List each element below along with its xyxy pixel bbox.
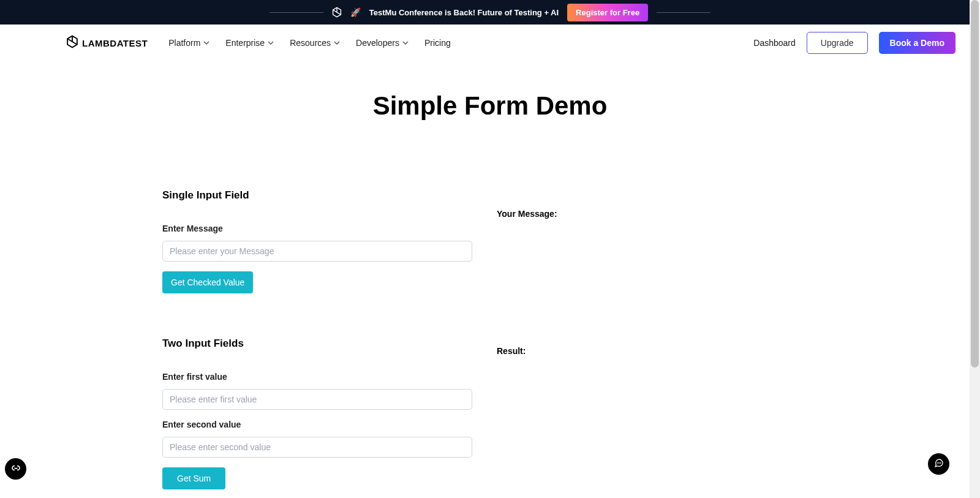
- brand-name: LAMBDATEST: [82, 38, 148, 48]
- first-value-label: Enter first value: [162, 372, 472, 382]
- get-checked-value-button[interactable]: Get Checked Value: [162, 271, 253, 293]
- first-value-input[interactable]: [162, 389, 472, 410]
- single-input-heading: Single Input Field: [162, 189, 472, 202]
- enter-message-label: Enter Message: [162, 224, 472, 233]
- nav-item-label: Resources: [290, 38, 331, 48]
- nav-item-label: Pricing: [424, 38, 451, 48]
- page-title: Simple Form Demo: [0, 91, 980, 121]
- right-column: Your Message: Result:: [497, 189, 818, 489]
- main-header: LAMBDATEST Platform Enterprise Resources…: [0, 25, 980, 62]
- your-message-label: Your Message:: [497, 209, 818, 219]
- lambdatest-logo-icon: [66, 35, 78, 51]
- brand-logo[interactable]: LAMBDATEST: [66, 35, 148, 51]
- book-demo-button[interactable]: Book a Demo: [879, 32, 956, 54]
- page-scrollbar-thumb[interactable]: [971, 0, 979, 368]
- content-area: Single Input Field Enter Message Get Che…: [162, 189, 818, 489]
- chat-widget-button[interactable]: [928, 453, 949, 475]
- register-button[interactable]: Register for Free: [567, 4, 648, 21]
- announcement-text: TestMu Conference is Back! Future of Tes…: [369, 8, 559, 17]
- get-sum-button[interactable]: Get Sum: [162, 467, 225, 489]
- lambdatest-mark-icon: [332, 7, 342, 18]
- svg-point-1: [939, 462, 940, 463]
- rocket-icon: 🚀: [350, 7, 361, 17]
- nav-item-enterprise[interactable]: Enterprise: [225, 38, 274, 48]
- result-label: Result:: [497, 346, 818, 356]
- chevron-down-icon: [334, 38, 340, 48]
- nav-item-label: Developers: [356, 38, 399, 48]
- nav-item-pricing[interactable]: Pricing: [424, 38, 451, 48]
- nav-item-platform[interactable]: Platform: [168, 38, 209, 48]
- upgrade-button[interactable]: Upgrade: [807, 32, 868, 54]
- dashboard-link[interactable]: Dashboard: [753, 38, 796, 48]
- chevron-down-icon: [203, 38, 209, 48]
- message-input[interactable]: [162, 241, 472, 262]
- chat-icon: [934, 458, 944, 470]
- page-scrollbar-track[interactable]: [970, 0, 980, 489]
- link-icon: [11, 463, 21, 475]
- nav-item-label: Enterprise: [225, 38, 265, 48]
- nav-item-resources[interactable]: Resources: [290, 38, 340, 48]
- nav-item-label: Platform: [168, 38, 200, 48]
- two-input-heading: Two Input Fields: [162, 338, 472, 350]
- second-value-label: Enter second value: [162, 420, 472, 429]
- chevron-down-icon: [402, 38, 409, 48]
- announcement-bar: 🚀 TestMu Conference is Back! Future of T…: [0, 0, 980, 25]
- svg-point-2: [940, 462, 941, 463]
- divider-line-left: [270, 12, 323, 13]
- right-nav: Dashboard Upgrade Book a Demo: [753, 32, 956, 54]
- widget-button-left[interactable]: [5, 458, 26, 480]
- nav-menu: Platform Enterprise Resources Developers…: [168, 38, 450, 48]
- chevron-down-icon: [268, 38, 274, 48]
- left-column: Single Input Field Enter Message Get Che…: [162, 189, 472, 489]
- nav-item-developers[interactable]: Developers: [356, 38, 409, 48]
- divider-line-right: [657, 12, 710, 13]
- second-value-input[interactable]: [162, 437, 472, 458]
- svg-point-0: [937, 462, 938, 463]
